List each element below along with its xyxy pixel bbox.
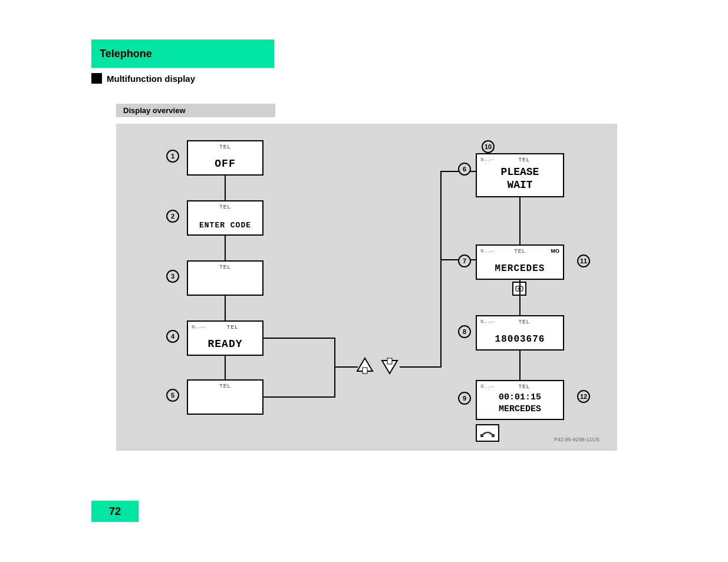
circle-11: 11 [577,254,590,267]
signal-7: S...-- [480,248,494,253]
display-text-6b: WAIT [477,179,563,192]
line-5-right [263,396,334,398]
signal-6: S...-- [480,157,494,162]
hangup-icon [476,424,499,442]
circle-9: 9 [458,392,471,405]
up-arrow-button[interactable] [355,357,375,375]
line-3-4 [225,296,226,320]
display-box-2: TEL ENTER CODE [187,200,263,236]
display-box-3: TEL [187,260,263,296]
line-8-9 [519,351,521,380]
line-2-3 [225,236,226,260]
section-marker [91,73,102,84]
page-footer: 72 [91,501,139,522]
display-text-6a: PLEASE [477,166,563,179]
display-box-1: TEL OFF [187,140,263,176]
tel-label-5: TEL [219,383,231,389]
tel-label-7: TEL [514,248,526,254]
mo-label-7: MO [551,248,560,254]
display-text-2: ENTER CODE [188,221,262,230]
signal-9: S...-- [480,384,494,389]
circle-12: 12 [577,390,590,403]
line-6-7 [519,197,521,244]
display-text-9b: MERCEDES [477,404,563,415]
display-box-9: S...-- TEL 00:01:15 MERCEDES [476,380,564,420]
watermark: P42.85-9298-11US [554,437,599,442]
circle-10: 10 [482,140,495,153]
svg-rect-8 [492,434,495,437]
signal-8: S...-- [480,319,494,324]
subheading-text: Multifunction display [107,74,195,84]
display-box-8: S...-- TEL 18003676 [476,315,564,351]
circle-4: 4 [166,330,179,343]
line-4-5 [225,356,226,379]
tel-label-1: TEL [219,144,231,150]
display-text-4: READY [188,338,262,350]
tel-label-8: TEL [519,319,531,325]
line-4-right [263,338,334,339]
circle-5: 5 [166,389,179,402]
display-box-6: S...-- TEL PLEASE WAIT [476,153,564,197]
line-top-to-6 [440,171,442,172]
display-text-1: OFF [188,158,262,170]
line-right-merge [334,338,335,398]
page-title: Telephone [100,48,152,60]
section-label: Display overview [116,104,275,117]
circle-7: 7 [458,254,471,267]
tel-label-2: TEL [219,204,231,210]
display-text-7: MERCEDES [477,263,563,274]
circle-6: 6 [458,163,471,176]
down-arrow-button[interactable] [380,357,400,375]
circle-2: 2 [166,210,179,223]
display-box-4: S...-- TEL READY [187,320,263,356]
subheading: Multifunction display [91,73,195,84]
line-arrow-right [400,366,441,368]
circle-1: 1 [166,150,179,163]
tel-label-4: TEL [227,324,239,330]
svg-rect-3 [387,358,392,364]
line-right-vertical [440,171,442,368]
display-box-7: S...-- TEL MO MERCEDES [476,244,564,280]
line-merge-arrow [334,366,358,368]
circle-3: 3 [166,270,179,283]
svg-rect-1 [363,368,367,373]
svg-rect-7 [480,434,483,437]
diagram-area: TEL OFF 1 TEL ENTER CODE 2 TEL 3 S...-- … [116,124,617,451]
line-1-2 [225,176,226,200]
page-number: 72 [109,505,121,518]
line-7-8 [519,280,521,315]
signal-4: S...-- [192,324,205,329]
tel-label-3: TEL [219,264,231,270]
display-box-5: TEL [187,379,263,415]
header-bar: Telephone [91,39,274,68]
tel-label-9: TEL [519,384,531,389]
circle-8: 8 [458,325,471,338]
display-text-8: 18003676 [477,334,563,345]
display-text-9a: 00:01:15 [477,392,563,404]
tel-label-6: TEL [519,157,531,163]
